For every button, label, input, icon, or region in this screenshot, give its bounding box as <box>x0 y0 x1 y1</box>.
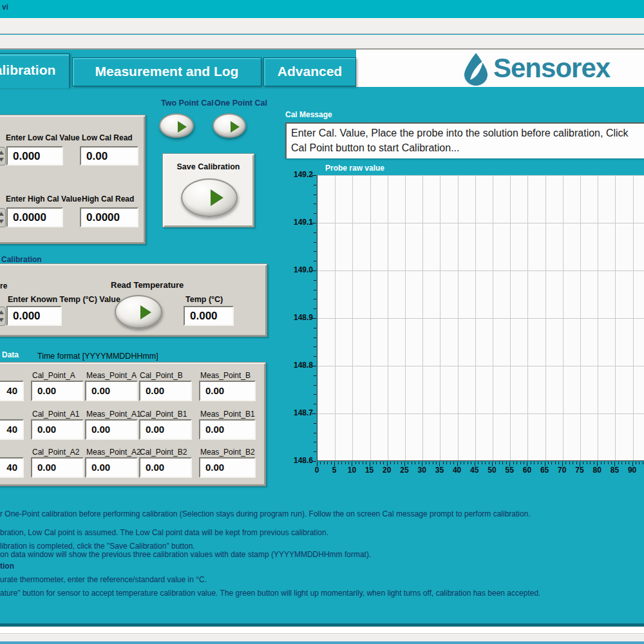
x-axis-tick <box>643 462 643 464</box>
x-axis-tick <box>429 462 430 464</box>
x-axis-tick <box>499 462 500 464</box>
y-axis-tick <box>314 185 316 185</box>
x-axis-tick <box>614 462 615 466</box>
y-axis-tick <box>314 242 316 243</box>
x-axis-tick-label: 80 <box>587 466 607 475</box>
x-axis-tick-label: 5 <box>325 466 344 475</box>
x-axis-tick <box>404 462 405 466</box>
data-cell: 0.00 <box>139 381 192 401</box>
data-cell: 0.00 <box>85 381 138 401</box>
instruction-line: urate thermometer, enter the reference/s… <box>0 575 207 584</box>
x-axis-tick-label: 50 <box>482 466 502 475</box>
y-axis-tick <box>312 318 316 319</box>
x-axis-tick <box>551 462 552 464</box>
tab-calibration[interactable]: Calibration <box>0 53 70 88</box>
x-axis-tick <box>331 462 332 464</box>
enter-high-cal-input[interactable]: 0.0000 <box>6 207 63 227</box>
y-axis-tick <box>314 308 316 309</box>
x-axis-tick <box>538 462 538 464</box>
x-axis-tick <box>460 462 461 464</box>
temp-display: 0.000 <box>184 306 234 326</box>
x-axis-tick-label: 0 <box>307 466 327 475</box>
low-cal-spinner[interactable] <box>0 147 6 166</box>
x-axis-tick <box>594 462 594 464</box>
col-header: Meas_Point_B2 <box>200 448 255 457</box>
tab-advanced[interactable]: Advanced <box>263 57 356 86</box>
plot-area <box>317 175 644 461</box>
x-axis-tick <box>583 462 583 464</box>
y-axis-tick <box>314 261 316 261</box>
high-cal-spinner[interactable] <box>0 208 6 227</box>
data-cell: 0.00 <box>31 419 84 440</box>
instruction-line: r One-Point calibration before performin… <box>0 509 531 518</box>
x-axis-tick <box>618 462 619 464</box>
timestamp-display: 40 <box>0 381 24 401</box>
timestamp-display: 40 <box>0 457 24 478</box>
y-axis-tick <box>314 194 316 195</box>
x-axis-tick <box>401 462 402 464</box>
temp-cal-heading: Calibration <box>1 255 42 264</box>
y-axis-tick <box>312 175 316 176</box>
data-cell: 0.00 <box>139 457 192 478</box>
y-axis-tick <box>314 337 316 338</box>
y-axis-tick <box>314 385 316 386</box>
known-temp-spinner[interactable] <box>0 307 6 326</box>
col-header: Meas_Point_A1 <box>86 410 141 419</box>
col-header: Cal_Point_A1 <box>32 410 79 419</box>
y-axis-tick <box>314 280 316 281</box>
col-header: Meas_Point_A <box>86 371 137 380</box>
window-title: vi <box>2 3 8 12</box>
x-axis-tick <box>625 462 626 464</box>
x-axis-tick <box>621 462 622 464</box>
x-axis-tick <box>457 462 458 466</box>
one-point-cal-button[interactable] <box>213 113 246 138</box>
x-axis-tick <box>345 462 346 464</box>
x-axis-tick <box>348 462 349 464</box>
x-axis-tick <box>443 462 444 464</box>
x-axis-tick <box>509 462 510 466</box>
x-axis-tick <box>355 462 356 464</box>
x-axis-tick <box>608 462 609 464</box>
read-temperature-button[interactable] <box>115 295 162 328</box>
x-axis-tick <box>506 462 507 464</box>
cal-message-line1: Enter Cal. Value, Place the probe into t… <box>291 126 644 140</box>
tab-measurement-and-log[interactable]: Measurement and Log <box>72 57 261 86</box>
x-axis-tick <box>629 462 629 464</box>
x-axis-tick <box>412 462 412 464</box>
x-axis-tick <box>446 462 447 464</box>
brand-name: Sensorex <box>493 53 610 84</box>
data-cell: 0.00 <box>31 457 84 478</box>
x-axis-tick <box>433 462 433 464</box>
col-header: Meas_Point_A2 <box>86 448 141 457</box>
y-axis-tick-label: 148.9 <box>283 313 313 322</box>
save-calibration-button[interactable] <box>181 178 238 217</box>
y-axis-tick <box>314 204 316 204</box>
x-axis-tick-label: 90 <box>623 466 642 475</box>
x-axis-tick <box>534 462 535 464</box>
x-axis-tick <box>450 462 451 464</box>
x-axis-tick <box>597 462 598 466</box>
x-axis-tick <box>541 462 542 464</box>
x-axis-tick <box>492 462 493 466</box>
col-header: Cal_Point_A2 <box>32 448 79 457</box>
x-axis-tick <box>436 462 437 464</box>
y-axis-tick <box>314 251 316 252</box>
y-axis-tick <box>314 394 316 395</box>
y-axis-tick <box>314 290 316 290</box>
enter-known-temp-input[interactable]: 0.000 <box>6 306 62 326</box>
enter-low-cal-input[interactable]: 0.000 <box>6 146 63 166</box>
x-axis-tick-label: 65 <box>535 466 554 475</box>
x-axis-tick <box>516 462 517 464</box>
save-calibration-panel: Save Calibration <box>162 153 254 227</box>
y-axis-tick-label: 149.2 <box>283 170 313 179</box>
col-header: Cal_Point_B1 <box>140 410 187 419</box>
chart-title: Probe raw value <box>325 164 384 173</box>
title-bar: vi <box>0 0 644 18</box>
toolbar <box>0 35 644 50</box>
instruction-line: libration is completed, click the "Save … <box>0 542 195 551</box>
x-axis-tick-label: 20 <box>377 466 397 475</box>
two-point-cal-button[interactable] <box>159 113 194 138</box>
cal-message-box: Enter Cal. Value, Place the probe into t… <box>285 122 644 158</box>
x-axis-tick <box>611 462 612 464</box>
x-axis-tick-label: 35 <box>430 466 449 475</box>
